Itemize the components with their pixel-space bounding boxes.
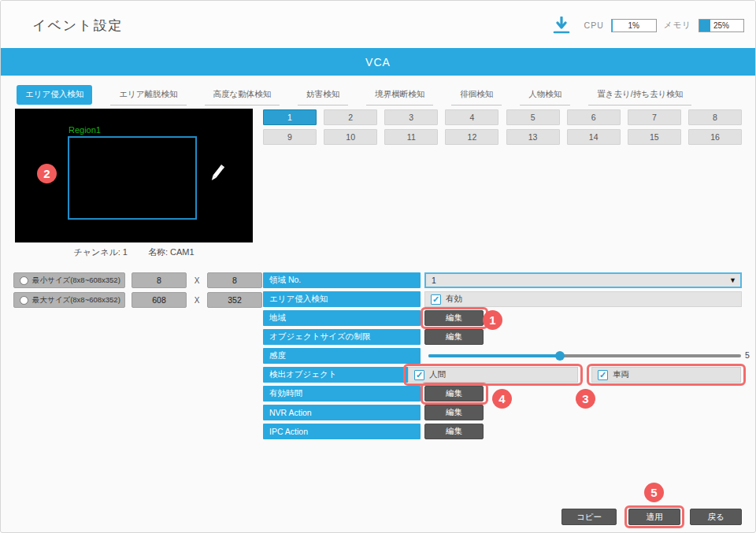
channel-button-5[interactable]: 5 (506, 109, 560, 125)
area-intrusion-label: エリア侵入検知 (263, 291, 421, 307)
channel-caption: チャンネル: 1 (73, 246, 128, 258)
channel-button-8[interactable]: 8 (688, 109, 742, 125)
annotation-marker-5: 5 (644, 483, 664, 502)
download-icon[interactable] (552, 17, 571, 34)
max-size-row: 最大サイズ(8x8~608x352) 608 X 352 (13, 292, 262, 308)
vca-banner: VCA (1, 48, 755, 76)
max-size-radio[interactable] (20, 296, 28, 305)
object-size-edit-button[interactable]: 編集 (424, 329, 484, 345)
nvr-action-label: NVR Action (263, 405, 421, 420)
channel-button-1[interactable]: 1 (263, 109, 317, 125)
annotation-marker-4: 4 (492, 389, 512, 409)
back-button[interactable]: 戻る (690, 509, 742, 525)
region-no-label: 領域 No. (263, 272, 421, 288)
tab-human-detection[interactable]: 人物検知 (520, 85, 570, 105)
sensitivity-slider-handle[interactable] (555, 351, 565, 361)
channel-button-11[interactable]: 11 (384, 129, 438, 145)
min-size-row: 最小サイズ(8x8~608x352) 8 X 8 (13, 272, 262, 288)
sensitivity-label: 感度 (263, 348, 421, 364)
apply-button[interactable]: 適用 (628, 509, 680, 525)
nvr-action-edit-button[interactable]: 編集 (424, 405, 484, 420)
max-width-input[interactable]: 608 (132, 292, 187, 308)
channel-button-10[interactable]: 10 (324, 129, 377, 145)
size-separator: X (187, 276, 207, 285)
region-no-dropdown[interactable]: 1 ▼ (424, 272, 742, 288)
channel-button-6[interactable]: 6 (567, 109, 621, 125)
tab-line-crossing[interactable]: 境界横断検知 (366, 85, 433, 105)
draw-pen-icon[interactable] (206, 162, 227, 186)
copy-button[interactable]: コピー (561, 509, 617, 525)
region-no-value: 1 (432, 276, 436, 285)
sensitivity-value: 5 (745, 350, 750, 360)
tab-area-intrusion[interactable]: エリア侵入検知 (17, 85, 92, 105)
sensitivity-slider-fill (428, 354, 560, 357)
cpu-label: CPU (584, 20, 604, 30)
channel-button-16[interactable]: 16 (688, 129, 742, 145)
max-height-input[interactable]: 352 (207, 292, 262, 308)
tab-object-left-removed[interactable]: 置き去り/持ち去り検知 (588, 85, 691, 105)
min-size-label: 最小サイズ(8x8~608x352) (32, 276, 120, 286)
channel-button-14[interactable]: 14 (567, 129, 621, 145)
tab-loitering[interactable]: 徘徊検知 (451, 85, 502, 105)
min-size-radio[interactable] (20, 276, 28, 285)
vehicle-checkbox[interactable]: ✓ (598, 370, 608, 380)
enable-checkbox[interactable]: ✓ (431, 294, 441, 305)
human-option-bar: ✓ 人間 (408, 367, 578, 383)
ipc-action-edit-button[interactable]: 編集 (424, 424, 484, 439)
cpu-meter: 1% (611, 19, 657, 32)
max-size-option[interactable]: 最大サイズ(8x8~608x352) (13, 292, 125, 308)
object-size-label: オブジェクトサイズの制限 (263, 329, 421, 345)
chevron-down-icon[interactable]: ▼ (729, 276, 736, 284)
video-caption: チャンネル: 1 名称: CAM1 (15, 246, 253, 258)
region-name-label: Region1 (69, 125, 101, 135)
min-width-input[interactable]: 8 (132, 272, 187, 288)
camera-name-caption: 名称: CAM1 (148, 246, 195, 258)
channel-button-4[interactable]: 4 (445, 109, 498, 125)
human-checkbox-label: 人間 (429, 369, 446, 380)
min-height-input[interactable]: 8 (207, 272, 262, 288)
tab-advanced-motion[interactable]: 高度な動体検知 (205, 85, 280, 105)
channel-button-13[interactable]: 13 (506, 129, 560, 145)
min-size-option[interactable]: 最小サイズ(8x8~608x352) (13, 272, 125, 288)
header: イベント設定 CPU 1% メモリ 25% (1, 1, 755, 48)
channel-button-7[interactable]: 7 (628, 109, 681, 125)
channel-button-9[interactable]: 9 (263, 129, 317, 145)
tab-area-exit[interactable]: エリア離脱検知 (110, 85, 186, 105)
detection-object-label: 検出オブジェクト (263, 367, 421, 383)
video-preview[interactable]: Region1 (15, 109, 253, 242)
size-separator: X (187, 296, 207, 305)
detection-region-rect[interactable] (68, 136, 197, 220)
cpu-value: 1% (612, 20, 656, 31)
human-checkbox[interactable]: ✓ (414, 370, 424, 380)
channel-grid: 1 2 3 4 5 6 7 8 9 10 11 12 13 14 15 16 (263, 109, 742, 145)
area-intrusion-enable-bar: ✓ 有効 (424, 291, 742, 307)
enable-checkbox-label: 有効 (446, 294, 462, 305)
ipc-action-label: IPC Action (263, 424, 421, 439)
tab-tamper[interactable]: 妨害検知 (298, 85, 348, 105)
sensitivity-slider[interactable] (428, 354, 741, 357)
memory-label: メモリ (664, 20, 691, 31)
memory-meter: 25% (699, 19, 744, 32)
tab-bar: エリア侵入検知 エリア離脱検知 高度な動体検知 妨害検知 境界横断検知 徘徊検知… (17, 85, 691, 105)
effective-time-edit-button[interactable]: 編集 (424, 386, 484, 402)
channel-button-12[interactable]: 12 (445, 129, 498, 145)
event-settings-window: イベント設定 CPU 1% メモリ 25% VCA エリア侵入検知 エリア離脱検… (0, 0, 756, 533)
channel-button-3[interactable]: 3 (384, 109, 438, 125)
max-size-label: 最大サイズ(8x8~608x352) (32, 295, 120, 305)
effective-time-label: 有効時間 (263, 386, 421, 402)
channel-button-2[interactable]: 2 (324, 109, 377, 125)
region-edit-button[interactable]: 編集 (424, 310, 484, 326)
region-label: 地域 (263, 310, 421, 326)
annotation-marker-3: 3 (576, 389, 595, 409)
page-title: イベント設定 (32, 17, 124, 35)
memory-value: 25% (699, 20, 743, 31)
system-stats: CPU 1% メモリ 25% (552, 17, 744, 34)
channel-button-15[interactable]: 15 (628, 129, 681, 145)
vehicle-checkbox-label: 車両 (613, 369, 629, 380)
vehicle-option-bar: ✓ 車両 (591, 367, 741, 383)
annotation-marker-1: 1 (483, 310, 502, 330)
